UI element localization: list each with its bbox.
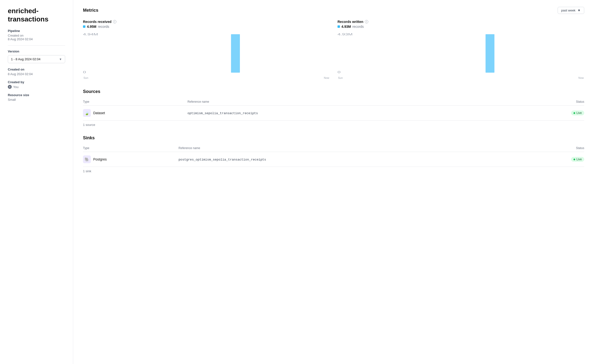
live-dot-icon bbox=[574, 159, 575, 160]
sink-type-label: Postgres bbox=[93, 157, 107, 161]
sources-col-status: Status bbox=[522, 98, 584, 106]
records-written-dot bbox=[338, 25, 340, 28]
time-filter-button[interactable]: past week ▼ bbox=[558, 7, 584, 14]
sinks-title: Sinks bbox=[83, 135, 584, 141]
sidebar: enriched-transactions Pipeline Created o… bbox=[0, 0, 73, 364]
version-created-on-value: 8 Aug 2024 02:04 bbox=[8, 72, 65, 76]
sources-table: Type Reference name Status 🍃 Dataset opt… bbox=[83, 98, 584, 121]
records-written-chart-area: 4.93M 0 bbox=[338, 31, 584, 75]
sinks-col-status: Status bbox=[531, 144, 584, 152]
svg-rect-6 bbox=[357, 34, 584, 73]
info-icon-written[interactable]: i bbox=[365, 20, 368, 23]
sinks-col-type: Type bbox=[83, 144, 179, 152]
records-received-x-axis: Sun Now bbox=[83, 76, 330, 79]
charts-grid: Records received i 4.95M records 4.94M 0 bbox=[83, 20, 584, 79]
sinks-col-ref: Reference name bbox=[179, 144, 531, 152]
main-content: Metrics past week ▼ Records received i 4… bbox=[73, 0, 594, 364]
x-axis-start-written: Sun bbox=[338, 76, 343, 79]
created-by-row: ● You bbox=[8, 85, 65, 89]
metrics-title: Metrics bbox=[83, 8, 98, 13]
user-icon: ● bbox=[8, 85, 12, 89]
svg-rect-2 bbox=[103, 34, 330, 73]
table-row: 🍃 Dataset optimism_sepolia_transaction_r… bbox=[83, 106, 584, 121]
pipeline-created-on-label: Created on 8 Aug 2024 02:04 bbox=[8, 34, 65, 41]
sink-type-icon: 🐘 bbox=[83, 155, 91, 163]
records-received-chart-area: 4.94M 0 bbox=[83, 31, 330, 75]
sources-table-header: Type Reference name Status bbox=[83, 98, 584, 106]
svg-text:0: 0 bbox=[83, 71, 86, 74]
version-created-on-label: Created on bbox=[8, 68, 65, 71]
svg-rect-7 bbox=[486, 34, 494, 73]
sources-section: Sources Type Reference name Status 🍃 Dat… bbox=[83, 89, 584, 127]
version-select-value: 1 - 8 Aug 2024 02:04 bbox=[11, 57, 41, 61]
records-received-svg: 4.94M 0 bbox=[83, 31, 330, 75]
sinks-count: 1 sink bbox=[83, 169, 584, 173]
x-axis-start: Sun bbox=[83, 76, 88, 79]
sidebar-divider bbox=[8, 45, 65, 46]
x-axis-end-written: Now bbox=[578, 76, 584, 79]
info-icon[interactable]: i bbox=[113, 20, 116, 23]
source-type-cell: 🍃 Dataset bbox=[83, 109, 187, 117]
records-written-x-axis: Sun Now bbox=[338, 76, 584, 79]
live-dot-icon bbox=[574, 112, 575, 114]
chevron-down-icon: ▼ bbox=[59, 58, 62, 61]
records-received-title: Records received i bbox=[83, 20, 330, 24]
pipeline-label: Pipeline bbox=[8, 29, 65, 33]
sinks-table: Type Reference name Status 🐘 Postgres po… bbox=[83, 144, 584, 167]
sink-ref-name: postgres_optimism_sepolia_transaction_re… bbox=[179, 158, 266, 162]
version-label: Version bbox=[8, 50, 65, 53]
page-title: enriched-transactions bbox=[8, 7, 65, 23]
created-by-label: Created by bbox=[8, 80, 65, 84]
records-written-summary: 4.93M records bbox=[338, 25, 584, 29]
sinks-table-body: 🐘 Postgres postgres_optimism_sepolia_tra… bbox=[83, 152, 584, 167]
source-type-icon: 🍃 bbox=[83, 109, 91, 117]
records-received-dot bbox=[83, 25, 85, 28]
sources-count: 1 source bbox=[83, 123, 584, 127]
records-written-chart: Records written i 4.93M records 4.93M 0 bbox=[338, 20, 584, 79]
version-select[interactable]: 1 - 8 Aug 2024 02:04 ▼ bbox=[8, 55, 65, 63]
chevron-down-icon: ▼ bbox=[577, 9, 581, 12]
created-by-value: You bbox=[13, 85, 19, 89]
records-received-value: 4.95M bbox=[87, 25, 96, 29]
source-type-label: Dataset bbox=[93, 111, 105, 115]
records-written-title: Records written i bbox=[338, 20, 584, 24]
svg-text:0: 0 bbox=[338, 71, 340, 74]
status-badge: Live bbox=[571, 111, 584, 115]
x-axis-end: Now bbox=[324, 76, 329, 79]
sink-type-cell: 🐘 Postgres bbox=[83, 155, 179, 163]
svg-text:4.94M: 4.94M bbox=[83, 33, 98, 36]
metrics-header: Metrics past week ▼ bbox=[83, 7, 584, 14]
svg-text:4.93M: 4.93M bbox=[338, 33, 353, 36]
resource-size-value: Small bbox=[8, 98, 65, 101]
sinks-table-header: Type Reference name Status bbox=[83, 144, 584, 152]
records-received-chart: Records received i 4.95M records 4.94M 0 bbox=[83, 20, 330, 79]
table-row: 🐘 Postgres postgres_optimism_sepolia_tra… bbox=[83, 152, 584, 167]
status-badge: Live bbox=[571, 157, 584, 162]
resource-size-label: Resource size bbox=[8, 93, 65, 97]
sinks-section: Sinks Type Reference name Status 🐘 Postg… bbox=[83, 135, 584, 173]
sources-title: Sources bbox=[83, 89, 584, 94]
sources-table-body: 🍃 Dataset optimism_sepolia_transaction_r… bbox=[83, 106, 584, 121]
records-written-value: 4.93M bbox=[341, 25, 351, 29]
sources-col-type: Type bbox=[83, 98, 187, 106]
svg-rect-3 bbox=[231, 34, 240, 73]
source-ref-name: optimism_sepolia_transaction_receipts bbox=[187, 111, 258, 115]
sources-col-ref: Reference name bbox=[187, 98, 522, 106]
records-received-unit: records bbox=[98, 25, 109, 29]
records-received-summary: 4.95M records bbox=[83, 25, 330, 29]
time-filter-label: past week bbox=[561, 9, 576, 12]
records-written-unit: records bbox=[352, 25, 364, 29]
records-written-svg: 4.93M 0 bbox=[338, 31, 584, 75]
